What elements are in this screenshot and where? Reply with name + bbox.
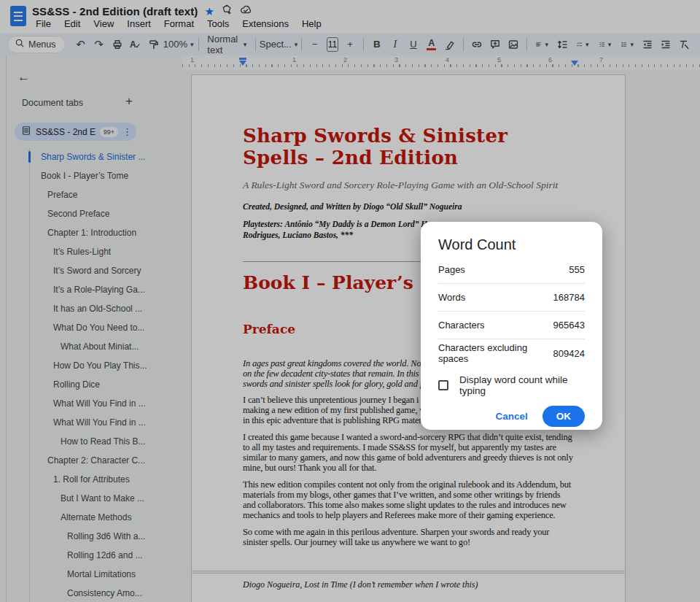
- stat-value: 965643: [553, 320, 585, 331]
- cancel-button[interactable]: Cancel: [488, 406, 534, 426]
- word-count-stats: Pages 555 Words 168784 Characters 965643…: [438, 256, 585, 367]
- stat-row: Characters excluding spaces 809424: [438, 339, 585, 367]
- checkbox[interactable]: [438, 380, 448, 390]
- stat-label: Characters: [438, 320, 485, 331]
- display-while-typing-row: Display word count while typing: [438, 374, 585, 396]
- stat-row: Pages 555: [438, 256, 585, 284]
- stat-label: Words: [438, 292, 465, 303]
- word-count-dialog: Word Count Pages 555 Words 168784 Charac…: [421, 222, 602, 430]
- stat-label: Characters excluding spaces: [438, 342, 553, 364]
- dialog-title: Word Count: [438, 236, 585, 253]
- stat-label: Pages: [438, 264, 465, 275]
- stat-row: Words 168784: [438, 284, 585, 312]
- stat-value: 555: [569, 264, 585, 275]
- ok-button[interactable]: OK: [542, 406, 585, 427]
- stat-value: 168784: [553, 292, 585, 303]
- checkbox-label: Display word count while typing: [459, 374, 585, 396]
- stat-row: Characters 965643: [438, 312, 585, 339]
- google-docs-window: SS&SS - 2nd Edition (draft text) ★ File …: [0, 0, 700, 602]
- stat-value: 809424: [553, 348, 585, 359]
